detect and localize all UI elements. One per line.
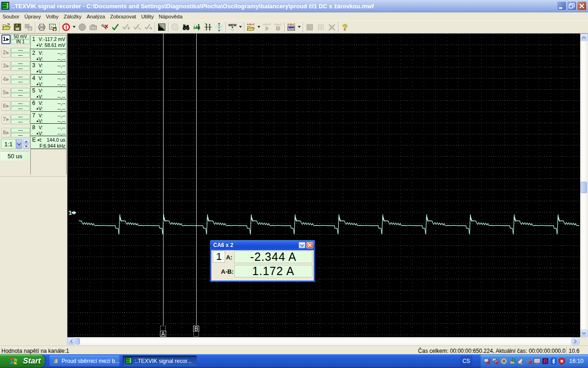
scroll-down-button[interactable]	[580, 330, 588, 337]
measurement-row-ch7: 7V:--,--▲V:--,--	[31, 112, 66, 124]
menu-zobrazovat[interactable]: Zobrazovat	[107, 13, 139, 20]
toolbar-mem-button[interactable]: MEM	[227, 22, 238, 33]
measurement-row-ch2: 2V:--,--▲V:--,--	[31, 49, 66, 62]
taskbar-button-1[interactable]: Proud sběrnicí mezi b...	[50, 356, 119, 366]
channel-6-button[interactable]: 6▶	[1, 101, 11, 111]
ca6-collapse-button[interactable]	[299, 242, 305, 248]
tray-network-x-icon[interactable]	[484, 357, 491, 365]
toolbar-stop-record-button[interactable]	[61, 22, 72, 33]
menu-soubor[interactable]: Soubor	[0, 13, 22, 20]
menu-zalozky[interactable]: Záložky	[61, 13, 84, 20]
channel-2-button[interactable]: 2▶	[1, 48, 11, 58]
menu-napoveda[interactable]: Nápověda	[156, 13, 185, 20]
channel-4-button[interactable]: 4▶	[1, 75, 11, 84]
spinner-up-button[interactable]	[23, 139, 29, 144]
tray-bluetooth-icon[interactable]	[550, 357, 557, 365]
hscroll-thumb[interactable]	[75, 338, 80, 345]
ca6-close-button[interactable]	[306, 242, 313, 248]
tray-r-app-icon[interactable]: R	[542, 357, 549, 365]
zoom-ratio-spinner	[23, 139, 29, 149]
toolbar-cursor-lines-button[interactable]	[203, 22, 214, 33]
channel-8-button[interactable]: 8▶	[1, 128, 11, 138]
toolbar-wave-cursors-button[interactable]	[192, 22, 203, 33]
zoom-ratio-dropdown-button[interactable]	[16, 139, 22, 149]
title-bar[interactable]: :.TEXVIK signal recorder - C:\Documents …	[0, 0, 588, 12]
tray-display-icon[interactable]	[533, 357, 541, 365]
toolbar-separator	[226, 22, 226, 32]
toolbar-folder-abc-button[interactable]: A:B+C	[245, 22, 256, 33]
start-button[interactable]: Start	[0, 354, 45, 368]
toolbar-check-green-button[interactable]	[110, 22, 121, 33]
toolbar-box-abc-button-disabled: A:B+C	[272, 22, 283, 33]
channel-3-button[interactable]: 3▶	[1, 61, 11, 71]
toolbar-play-abc-button-disabled: A:B+C	[261, 22, 272, 33]
toolbar-display-mode-button[interactable]	[156, 22, 167, 33]
ca6-title-bar[interactable]: CA6 x 2	[210, 240, 315, 250]
toolbar: MEMA:B+CA:B+CA:B+CA:B+C?	[0, 20, 588, 33]
tray-mouse-icon[interactable]	[517, 357, 524, 365]
ca6-cursor-ab-value: 1.172 A	[234, 265, 312, 277]
scroll-right-button[interactable]	[571, 338, 579, 345]
menu-utility[interactable]: Utility	[139, 13, 156, 20]
tray-safely-remove-icon[interactable]	[509, 357, 516, 365]
menu-upravy[interactable]: Úpravy	[22, 13, 43, 20]
toolbar-save-button[interactable]	[12, 22, 23, 33]
toolbar-record-button-disabled	[77, 22, 88, 33]
toolbar-export-image-button[interactable]	[47, 22, 58, 33]
minimize-button[interactable]	[557, 1, 566, 11]
toolbar-stop-record-dropdown[interactable]	[72, 22, 77, 33]
channel-5-range: ---	[11, 88, 30, 92]
tray-volume-icon[interactable]	[500, 357, 508, 365]
toolbar-binoculars-button[interactable]	[181, 22, 192, 33]
toolbar-calc-abc-button[interactable]: A:B+C	[286, 22, 297, 33]
toolbar-separator	[59, 22, 60, 32]
toolbar-folder-abc-dropdown[interactable]	[256, 22, 261, 33]
toolbar-tools-button[interactable]	[99, 22, 110, 33]
toolbar-mem-dropdown[interactable]	[238, 22, 243, 33]
channel-1-button[interactable]: 1▶	[1, 34, 11, 44]
vscroll-thumb[interactable]	[581, 182, 587, 193]
tray-security-alert-icon[interactable]	[558, 357, 565, 365]
channel-2-input: ---	[11, 53, 30, 58]
close-button[interactable]	[577, 1, 587, 11]
svg-text:A:B+C: A:B+C	[263, 23, 271, 26]
toolbar-check-down-button-disabled	[121, 22, 132, 33]
tray-wireless-x-icon[interactable]	[525, 357, 532, 365]
toolbar-help-button[interactable]: ?	[339, 22, 351, 33]
oscilloscope-plot[interactable]: 1	[68, 34, 580, 337]
toolbar-separator	[284, 22, 285, 32]
vertical-scrollbar[interactable]	[580, 34, 588, 337]
status-time-info: Čas celkem: 00:00:00:650.224, Aktuální č…	[418, 348, 565, 354]
toolbar-open-folder-button[interactable]	[1, 22, 12, 33]
cursor-a-handle[interactable]	[160, 326, 166, 337]
menu-volby[interactable]: Volby	[43, 13, 61, 20]
menu-analyza[interactable]: Analýza	[84, 13, 107, 20]
tray-icons: R	[480, 357, 565, 365]
scroll-left-button[interactable]	[67, 338, 75, 345]
horizontal-scrollbar[interactable]	[67, 337, 579, 345]
ca6-window-title: CA6 x 2	[213, 242, 233, 248]
channel-4-range: ---	[11, 75, 30, 79]
channel-7-range: ---	[11, 115, 30, 119]
ca6-measurement-window[interactable]: CA6 x 2 1 A: -2.344 A A-B: 1.172 A	[210, 240, 315, 282]
tray-computers-x-icon[interactable]	[492, 357, 499, 365]
taskbar: Start Proud sběrnicí mezi b...:.TEXVIK s…	[0, 354, 588, 368]
language-indicator[interactable]: CS	[460, 356, 472, 367]
restore-button[interactable]	[567, 1, 577, 11]
spinner-down-button[interactable]	[23, 144, 29, 150]
toolbar-calc-abc-dropdown[interactable]	[297, 22, 302, 33]
channel-1-marker[interactable]: 1	[68, 209, 72, 216]
svg-text:R: R	[543, 358, 548, 365]
system-tray: R 16:10	[480, 354, 588, 368]
toolbar-print-button[interactable]	[36, 22, 47, 33]
toolbar-separator	[303, 22, 304, 32]
channel-5-button[interactable]: 5▶	[1, 88, 11, 98]
scroll-up-button[interactable]	[580, 34, 588, 41]
toolbar-wave-sine-button[interactable]	[214, 22, 225, 33]
menu-bar: SouborÚpravyVolbyZáložkyAnalýzaZobrazova…	[0, 12, 588, 20]
channel-4-input: ---	[11, 80, 30, 84]
channel-7-button[interactable]: 7▶	[1, 115, 11, 124]
taskbar-clock[interactable]: 16:10	[569, 358, 583, 364]
taskbar-button-2[interactable]: :.TEXVIK signal recor...	[123, 356, 197, 366]
cursor-b-handle[interactable]	[193, 326, 199, 337]
